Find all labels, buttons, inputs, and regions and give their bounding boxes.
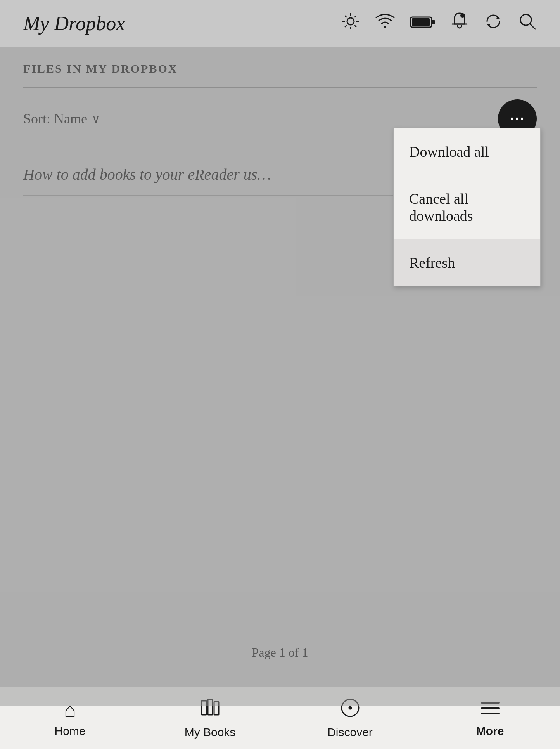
main-content: FILES IN MY DROPBOX Sort: Name ∨ ··· How… bbox=[0, 47, 560, 706]
nav-label-home: Home bbox=[54, 725, 85, 738]
nav-label-discover: Discover bbox=[327, 726, 373, 739]
svg-point-12 bbox=[460, 13, 465, 18]
svg-line-7 bbox=[354, 16, 356, 17]
download-all-button[interactable]: Download all bbox=[394, 128, 540, 175]
svg-point-0 bbox=[347, 18, 354, 25]
svg-point-19 bbox=[349, 707, 351, 709]
wifi-icon[interactable] bbox=[375, 12, 395, 35]
search-icon[interactable] bbox=[518, 12, 537, 35]
battery-icon bbox=[410, 14, 435, 33]
svg-rect-11 bbox=[432, 20, 435, 24]
brightness-icon[interactable] bbox=[341, 12, 360, 35]
svg-line-6 bbox=[354, 25, 356, 27]
header-icons bbox=[341, 12, 537, 35]
nav-label-more: More bbox=[476, 725, 504, 738]
svg-line-14 bbox=[530, 24, 535, 29]
notification-icon[interactable] bbox=[451, 12, 468, 35]
dropdown-menu: Download all Cancel all downloads Refres… bbox=[393, 128, 541, 286]
page-title: My Dropbox bbox=[23, 12, 125, 35]
svg-line-8 bbox=[345, 25, 347, 27]
header: My Dropbox bbox=[0, 0, 560, 47]
sync-icon[interactable] bbox=[484, 12, 503, 35]
svg-rect-10 bbox=[412, 18, 430, 26]
nav-label-my-books: My Books bbox=[185, 726, 236, 739]
svg-line-5 bbox=[345, 16, 347, 17]
refresh-button[interactable]: Refresh bbox=[394, 239, 540, 286]
cancel-all-downloads-button[interactable]: Cancel all downloads bbox=[394, 175, 540, 239]
